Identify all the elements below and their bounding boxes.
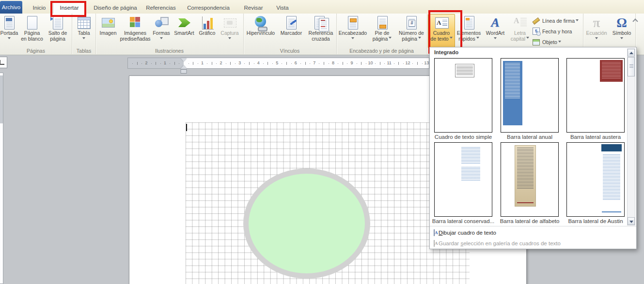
ruler-mark [212,62,212,65]
dropdown-caret-icon [576,19,579,23]
menu-item-label: Guardar selección en galería de cuadros … [439,240,561,246]
ruler-number: 4 [257,60,260,65]
ruler-mark [394,63,394,64]
ribbon-button-formas[interactable]: Formas [151,14,172,48]
ribbon-button-objeto[interactable]: Objeto [533,37,581,47]
ribbon-button-imagen[interactable]: Imagen [96,14,120,48]
equation-icon: π [589,15,604,30]
minimize-ribbon-icon[interactable] [633,18,638,22]
word-window: Archivo InicioInsertarDiseño de páginaRe… [0,0,644,284]
ribbon-group-vinculos: HipervínculoMarcador ReferenciacruzadaVí… [243,14,337,54]
dropdown-caret-icon [595,37,598,41]
tab-referencias[interactable]: Referencias [141,2,180,14]
left-indent-marker[interactable] [181,69,187,74]
ruler-mark [230,62,231,65]
ribbon-button-numero-de-pagina[interactable]: #Número depágina [396,14,427,48]
gallery-item-cuadro-de-texto-simple[interactable]: Cuadro de texto simple [434,58,492,140]
ribbon-button-simbolo[interactable]: ΩSímbolo [609,14,634,48]
ribbon-button-hipervinculo[interactable]: Hipervínculo [244,14,277,48]
preview-sidebar [601,144,622,215]
button-label: Captura [218,30,241,36]
ribbon-group-encabezado-y-pie-de-pagina: EncabezadoPie depágina#Número depáginaEn… [336,14,427,54]
ribbon-button-referencia-cruzada[interactable]: Referenciacruzada [305,14,336,48]
vertical-ruler[interactable]: 12345678 [0,73,3,284]
ruler-mark [141,63,142,64]
gallery-thumbnail [501,58,559,133]
ribbon-group-ilustraciones: Imagen ImágenesprediseñadasFormasSmartAr… [95,14,244,54]
ribbon-button-salto-de-pagina[interactable]: Salto depágina [44,14,72,48]
ribbon-button-pagina-en-blanco[interactable]: Páginaen blanco [20,14,44,48]
tab-selector-button[interactable] [0,57,7,68]
tab-diseno-de-pagina[interactable]: Diseño de página [90,2,141,14]
ruler-mark [267,62,268,65]
ruler-number: 12 [406,60,410,65]
wordart-icon: A [487,15,503,30]
gallery-item-barra-lateral-austera[interactable]: Barra lateral austera [566,58,625,140]
ribbon-button-linea-de-firma[interactable]: Línea de firma [533,15,581,26]
dropdown-caret-icon [160,37,163,41]
gallery-item-barra-lateral-de-alfabeto[interactable]: Barra lateral de alfabeto [501,142,559,224]
tab-archivo[interactable]: Archivo [0,1,22,14]
ruler-mark [357,63,357,64]
gallery-section-header: Integrado [434,49,458,55]
menu-item-dibujar-cuadro-de-texto[interactable]: ADibujar cuadro de texto [430,227,635,238]
shapes-icon [154,15,169,30]
ribbon-button-fecha-y-hora[interactable]: 5Fecha y hora [533,26,581,37]
ruler-mark [417,62,418,65]
ruler-mark [403,63,404,64]
ribbon-button-imagenes-predisenadas[interactable]: Imágenesprediseñadas [120,14,151,48]
page-break-icon [50,15,65,30]
scroll-up-icon[interactable] [628,49,635,57]
ribbon-button-smartart[interactable]: SmartArt [172,14,196,48]
ruler-mark [380,62,380,65]
dropdown-caret-icon [389,37,392,40]
button-label: Objeto [542,39,557,45]
ribbon-button-ecuacion: πEcuación [584,14,609,48]
scroll-down-icon[interactable] [628,217,635,225]
ruler-mark [272,63,273,64]
ruler-mark [235,63,236,64]
ribbon-button-marcador[interactable]: Marcador [277,14,305,48]
group-label: Páginas [0,48,72,54]
ruler-mark [226,63,226,64]
gallery-scrollbar[interactable] [627,48,635,225]
annotation-box-insertar [50,1,86,17]
ruler-mark [361,62,361,65]
ruler-number: 5 [276,60,278,65]
date-time-icon: 5 [533,28,541,36]
tab-revisar[interactable]: Revisar [238,2,268,14]
ruler-mark [137,62,138,65]
ribbon-button-wordart[interactable]: AWordArt [483,14,508,48]
green-ellipse-shape[interactable] [243,168,370,279]
ribbon-button-portada[interactable]: Portada [0,14,20,48]
button-label: Línea de firma [542,18,575,24]
dropdown-caret-icon [351,37,354,41]
tab-correspondencia[interactable]: Correspondencia [184,2,233,14]
tab-vista[interactable]: Vista [270,2,295,14]
button-label: Imágenesprediseñadas [120,30,151,42]
hanging-indent-marker[interactable] [181,62,187,69]
save-selection-icon: A [434,240,435,247]
header-icon [345,15,361,30]
ribbon-button-grafico[interactable]: Gráfico [196,14,218,48]
scrollbar-thumb[interactable] [628,57,635,76]
gallery-thumbnail [434,142,492,217]
ribbon-button-encabezado[interactable]: Encabezado [337,14,368,48]
horizontal-ruler[interactable]: 2112345678910111213 [127,58,429,69]
button-label: Salto depágina [44,30,72,42]
ruler-mark [329,63,329,64]
gallery-item-barra-lateral-de-austin[interactable]: Barra lateral de Austin [566,142,625,224]
ribbon-button-tabla[interactable]: Tabla [73,14,94,48]
gallery-item-barra-lateral-anual[interactable]: Barra lateral anual [501,58,559,140]
ruler-number: 11 [387,60,391,65]
gallery-item-barra-lateral-conservad[interactable]: Barra lateral conservad... [434,142,492,224]
ruler-mark [412,63,413,64]
ribbon-button-pie-de-pagina[interactable]: Pie depágina [368,14,396,48]
signature-line-icon [533,17,541,25]
drop-cap-icon: A [512,15,528,30]
menu-item-guardar-seleccion-en-galeria-de-cuadros-de-texto: AGuardar selección en galería de cuadros… [430,238,635,249]
ruler-mark [198,63,198,64]
ruler-mark [156,62,156,65]
tab-inicio[interactable]: Inicio [25,2,53,14]
button-label: Símbolo [609,30,634,36]
